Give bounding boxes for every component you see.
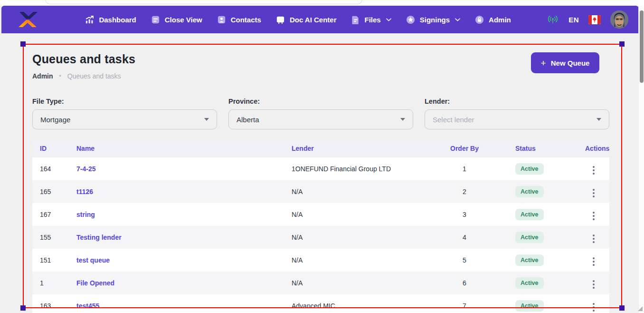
cell-status: Active [504, 300, 585, 312]
dialog-bottom-edge [45, 0, 362, 4]
cell-actions [585, 162, 609, 176]
lock-icon [474, 15, 484, 25]
queue-name-link[interactable]: 7-4-25 [76, 165, 95, 173]
star-icon [406, 15, 416, 25]
cell-name: File Opened [76, 279, 292, 287]
table-row: 1 File Opened N/A 6 Active [32, 272, 609, 294]
new-queue-button-label: New Queue [551, 59, 590, 67]
canada-flag-icon[interactable] [588, 15, 601, 24]
resize-grip-icon [638, 306, 643, 311]
calendar-icon [151, 15, 161, 25]
status-badge: Active [515, 186, 544, 197]
chat-board-icon [275, 15, 285, 25]
cell-status: Active [504, 254, 585, 266]
row-actions-kebab-icon[interactable] [586, 210, 601, 222]
queue-name-link[interactable]: t1126 [76, 188, 93, 196]
province-select[interactable]: Alberta [228, 109, 413, 129]
cell-lender: N/A [292, 211, 425, 218]
nav-item-contacts[interactable]: Contacts [217, 15, 261, 25]
cell-order-by: 5 [425, 256, 504, 264]
queue-name-link[interactable]: test455 [76, 302, 99, 310]
cell-name: string [76, 211, 292, 218]
filter-file-type: File Type: Mortgage [32, 98, 217, 129]
user-avatar[interactable] [610, 10, 628, 29]
breadcrumb-admin[interactable]: Admin [32, 72, 53, 80]
province-value: Alberta [237, 116, 400, 124]
row-actions-kebab-icon[interactable] [586, 255, 601, 268]
breadcrumb-queues-and-tasks: Queues and tasks [67, 72, 121, 80]
table-row: 165 t1126 N/A 2 Active [32, 180, 609, 203]
app-logo-icon[interactable] [16, 9, 40, 30]
queue-name-link[interactable]: File Opened [76, 279, 114, 287]
row-actions-kebab-icon[interactable] [586, 164, 601, 176]
nav-item-label: Signings [420, 16, 450, 24]
row-actions-kebab-icon[interactable] [586, 301, 601, 313]
chevron-down-icon [386, 18, 391, 21]
queue-name-link[interactable]: string [76, 211, 95, 218]
col-header-status: Status [504, 145, 585, 152]
cell-order-by: 1 [425, 165, 504, 173]
filter-province: Province: Alberta [228, 98, 413, 129]
row-actions-kebab-icon[interactable] [586, 187, 601, 199]
vertical-scrollbar[interactable] [638, 6, 644, 313]
cell-status: Active [504, 163, 585, 175]
caret-down-icon [204, 118, 209, 121]
browser-top-strip [0, 0, 644, 6]
table-row: 163 test455 Advanced MIC 7 Active [32, 294, 609, 313]
cell-lender: Advanced MIC [292, 302, 425, 310]
nav-item-label: Close View [165, 16, 202, 24]
col-header-lender: Lender [292, 145, 425, 152]
row-actions-kebab-icon[interactable] [586, 278, 601, 291]
broadcast-signal-icon[interactable] [547, 14, 559, 25]
plus-icon: + [541, 59, 546, 68]
nav-item-label: Contacts [231, 16, 261, 24]
cell-status: Active [504, 277, 585, 289]
cell-id: 163 [32, 302, 76, 310]
nav-item-label: Files [365, 16, 381, 24]
cell-status: Active [504, 209, 585, 220]
col-header-actions: Actions [585, 145, 609, 152]
caret-down-icon [597, 118, 601, 121]
top-navbar: Dashboard Close View Contacts [1, 6, 639, 33]
new-queue-button[interactable]: + New Queue [531, 52, 599, 73]
breadcrumb-separator: • [59, 73, 61, 79]
file-type-select[interactable]: Mortgage [32, 109, 217, 129]
nav-item-admin[interactable]: Admin [474, 15, 511, 25]
document-icon [351, 15, 360, 25]
cell-status: Active [504, 232, 585, 243]
cell-id: 164 [32, 165, 76, 173]
nav-item-signings[interactable]: Signings [406, 15, 460, 25]
queue-name-link[interactable]: test queue [76, 256, 110, 264]
filter-lender: Lender: Select lender [425, 98, 609, 129]
language-label[interactable]: EN [568, 16, 579, 24]
lender-placeholder: Select lender [433, 116, 597, 124]
status-badge: Active [515, 209, 544, 220]
nav-item-doc-ai-center[interactable]: Doc AI Center [275, 15, 337, 25]
nav-item-files[interactable]: Files [351, 15, 391, 25]
status-badge: Active [515, 300, 544, 312]
cell-lender: N/A [292, 234, 425, 241]
caret-down-icon [400, 118, 405, 121]
col-header-name: Name [76, 145, 292, 152]
cell-order-by: 6 [425, 279, 504, 287]
cell-actions [585, 230, 609, 245]
cell-name: 7-4-25 [76, 165, 292, 173]
row-actions-kebab-icon[interactable] [586, 233, 601, 245]
cell-actions [585, 299, 609, 313]
person-icon [217, 15, 227, 25]
breadcrumb: Admin • Queues and tasks [32, 72, 135, 80]
cell-lender: 1ONEFUND Financial Group LTD [292, 165, 425, 173]
queue-name-link[interactable]: Testing lender [76, 234, 122, 241]
cell-lender: N/A [292, 279, 425, 287]
nav-item-dashboard[interactable]: Dashboard [85, 15, 136, 25]
main-content: Queues and tasks Admin • Queues and task… [0, 33, 638, 313]
cell-id: 165 [32, 188, 76, 196]
lender-label: Lender: [425, 98, 609, 105]
cell-actions [585, 276, 609, 291]
nav-item-close-view[interactable]: Close View [151, 15, 202, 25]
lender-select[interactable]: Select lender [425, 109, 609, 129]
table-row: 167 string N/A 3 Active [32, 203, 609, 226]
queues-table: ID Name Lender Order By Status Actions 1… [32, 139, 609, 313]
cell-id: 155 [32, 234, 76, 241]
scrollbar-thumb[interactable] [640, 10, 644, 83]
